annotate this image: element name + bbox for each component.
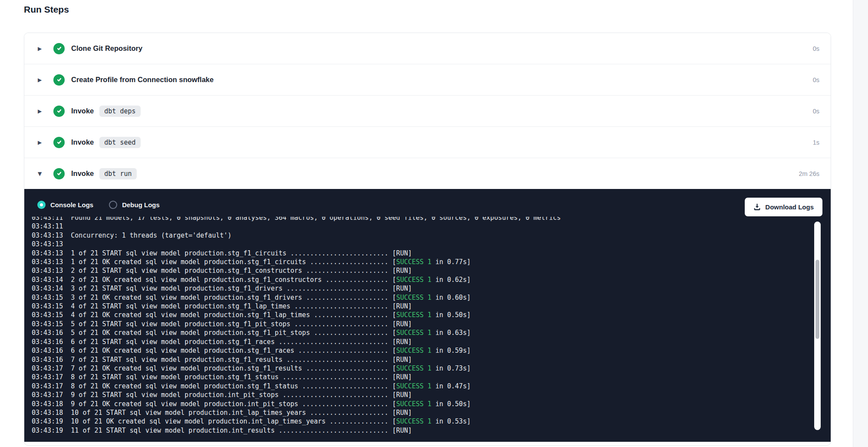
step-duration: 2m 26s: [799, 170, 819, 177]
log-line: 03:43:13 1 of 21 OK created sql view mod…: [32, 258, 810, 266]
log-line: 03:43:15 4 of 21 START sql view model pr…: [32, 302, 810, 311]
log-line: 03:43:15 5 of 21 START sql view model pr…: [32, 320, 810, 328]
log-line: 03:43:17 7 of 21 OK created sql view mod…: [32, 364, 810, 373]
log-line: 03:43:13: [32, 240, 810, 248]
log-line: 03:43:15 3 of 21 OK created sql view mod…: [32, 293, 810, 302]
log-line: 03:43:11: [32, 222, 810, 231]
expand-toggle-icon[interactable]: ▼: [38, 171, 45, 177]
log-panel-header: Console Logs Debug Logs Download Logs: [24, 189, 831, 216]
step-success-icon: [53, 106, 65, 117]
log-scrollbar-thumb[interactable]: [815, 260, 819, 339]
download-logs-label: Download Logs: [765, 203, 814, 211]
step-duration: 0s: [813, 76, 819, 83]
step-label: Invoke: [71, 138, 94, 146]
radio-selected-icon[interactable]: [37, 201, 46, 209]
step-success-icon: [53, 74, 65, 86]
log-line: 03:43:17 9 of 21 START sql view model pr…: [32, 391, 810, 399]
step-command-chip: dbt deps: [99, 106, 140, 117]
log-line: 03:43:17 8 of 21 OK created sql view mod…: [32, 382, 810, 391]
expand-toggle-icon[interactable]: ▶: [38, 46, 45, 52]
step-duration: 0s: [813, 108, 819, 115]
log-line: 03:43:18 9 of 21 OK created sql view mod…: [32, 400, 810, 408]
log-line: 03:43:16 6 of 21 OK created sql view mod…: [32, 346, 810, 355]
log-line: 03:43:19 11 of 21 START sql view model p…: [32, 426, 810, 435]
run-step-row[interactable]: ▼ Invoke dbt run 2m 26s: [24, 158, 831, 189]
console-logs-label: Console Logs: [50, 201, 93, 209]
console-log-output[interactable]: 03:43:11 Found 21 models, 17 tests, 0 sn…: [24, 217, 810, 442]
log-line: 03:43:13 1 of 21 START sql view model pr…: [32, 249, 810, 258]
log-panel: Console Logs Debug Logs Download Logs 03…: [24, 189, 831, 442]
run-step-row[interactable]: ▶ Create Profile from Connection snowfla…: [24, 64, 831, 95]
run-step-row[interactable]: ▶ Invoke dbt seed 1s: [24, 126, 831, 158]
log-line: 03:43:13 Concurrency: 1 threads (target=…: [32, 231, 810, 240]
log-line: 03:43:16 7 of 21 START sql view model pr…: [32, 355, 810, 364]
step-label: Clone Git Repository: [71, 44, 142, 53]
log-line: 03:43:13 2 of 21 START sql view model pr…: [32, 266, 810, 275]
step-label: Create Profile from Connection snowflake: [71, 76, 214, 84]
log-line: 03:43:16 6 of 21 START sql view model pr…: [32, 338, 810, 346]
debug-logs-label: Debug Logs: [122, 201, 160, 209]
log-line: 03:43:14 3 of 21 START sql view model pr…: [32, 284, 810, 293]
log-line: 03:43:11 Found 21 models, 17 tests, 0 sn…: [32, 217, 810, 222]
download-logs-button[interactable]: Download Logs: [745, 198, 822, 216]
expand-toggle-icon[interactable]: ▶: [38, 77, 45, 83]
step-label: Invoke: [71, 107, 94, 115]
run-step-row[interactable]: ▶ Invoke dbt deps 0s: [24, 95, 831, 126]
log-line: 03:43:16 5 of 21 OK created sql view mod…: [32, 328, 810, 337]
page-right-gutter: [853, 0, 868, 447]
run-step-row[interactable]: ▶ Clone Git Repository 0s: [24, 33, 831, 64]
expand-toggle-icon[interactable]: ▶: [38, 139, 45, 146]
radio-unselected-icon[interactable]: [109, 201, 117, 209]
step-label: Invoke: [71, 169, 94, 178]
step-command-chip: dbt seed: [99, 137, 140, 148]
step-command-chip: dbt run: [99, 168, 136, 179]
step-duration: 1s: [813, 139, 819, 146]
console-logs-radio[interactable]: Console Logs: [37, 201, 93, 209]
step-duration: 0s: [813, 45, 819, 52]
log-line: 03:43:15 4 of 21 OK created sql view mod…: [32, 311, 810, 319]
log-line: 03:43:19 10 of 21 OK created sql view mo…: [32, 417, 810, 426]
log-line: 03:43:14 2 of 21 OK created sql view mod…: [32, 275, 810, 284]
radio-dot: [40, 203, 43, 206]
step-success-icon: [53, 43, 65, 54]
run-steps-card: ▶ Clone Git Repository 0s ▶ Create Profi…: [24, 33, 831, 446]
log-scrollbar-track[interactable]: [814, 222, 821, 430]
page-title: Run Steps: [24, 4, 69, 15]
step-success-icon: [53, 137, 65, 148]
log-lines: 03:43:11 Found 21 models, 17 tests, 0 sn…: [32, 217, 810, 435]
run-details-page: Run Steps ▶ Clone Git Repository 0s ▶ Cr…: [0, 0, 868, 447]
expand-toggle-icon[interactable]: ▶: [38, 108, 45, 114]
download-icon: [753, 203, 761, 211]
run-steps-list: ▶ Clone Git Repository 0s ▶ Create Profi…: [24, 33, 831, 189]
log-line: 03:43:17 8 of 21 START sql view model pr…: [32, 373, 810, 381]
step-success-icon: [53, 168, 65, 179]
debug-logs-radio[interactable]: Debug Logs: [109, 201, 160, 209]
log-line: 03:43:18 10 of 21 START sql view model p…: [32, 408, 810, 417]
